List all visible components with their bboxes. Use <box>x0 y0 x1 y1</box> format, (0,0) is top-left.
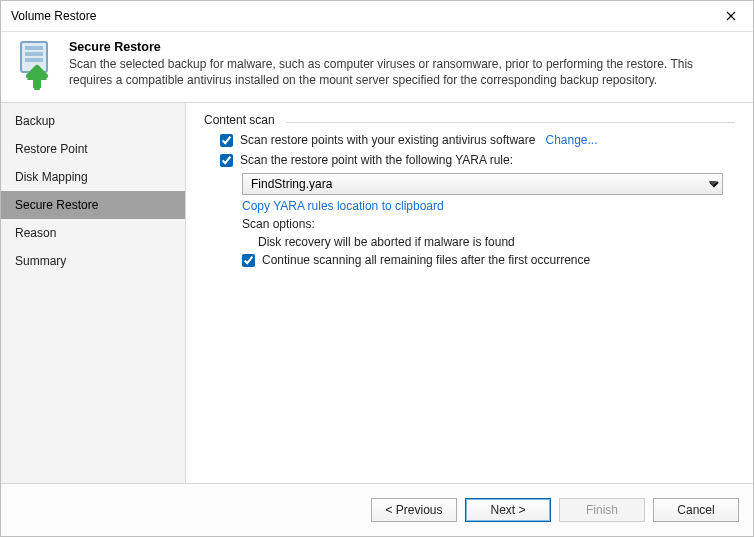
scan-av-checkbox[interactable] <box>220 134 233 147</box>
copy-yara-link-row: Copy YARA rules location to clipboard <box>242 199 731 213</box>
sidebar-item-restore-point[interactable]: Restore Point <box>1 135 185 163</box>
volume-restore-window: Volume Restore Secure Restore Scan the s… <box>0 0 754 537</box>
abort-text: Disk recovery will be aborted if malware… <box>258 235 731 249</box>
scan-av-label: Scan restore points with your existing a… <box>240 133 535 147</box>
continue-scan-row[interactable]: Continue scanning all remaining files af… <box>242 253 731 267</box>
sidebar-item-backup[interactable]: Backup <box>1 107 185 135</box>
next-button[interactable]: Next > <box>465 498 551 522</box>
wizard-sidebar: Backup Restore Point Disk Mapping Secure… <box>1 103 186 483</box>
previous-button[interactable]: < Previous <box>371 498 457 522</box>
header-text: Secure Restore Scan the selected backup … <box>69 40 739 92</box>
finish-button[interactable]: Finish <box>559 498 645 522</box>
content-scan-group: Content scan Scan restore points with yo… <box>204 115 735 277</box>
svg-rect-4 <box>33 74 41 88</box>
sidebar-item-disk-mapping[interactable]: Disk Mapping <box>1 163 185 191</box>
scan-av-row[interactable]: Scan restore points with your existing a… <box>220 133 731 147</box>
sidebar-item-secure-restore[interactable]: Secure Restore <box>1 191 185 219</box>
page-description: Scan the selected backup for malware, su… <box>69 56 739 88</box>
scan-yara-row[interactable]: Scan the restore point with the followin… <box>220 153 731 167</box>
svg-rect-1 <box>25 46 43 50</box>
continue-scan-checkbox[interactable] <box>242 254 255 267</box>
window-title: Volume Restore <box>11 9 709 23</box>
svg-rect-3 <box>25 58 43 62</box>
content-pane: Content scan Scan restore points with yo… <box>186 103 753 483</box>
sidebar-item-summary[interactable]: Summary <box>1 247 185 275</box>
wizard-body: Backup Restore Point Disk Mapping Secure… <box>1 103 753 483</box>
svg-rect-2 <box>25 52 43 56</box>
group-label: Content scan <box>204 113 281 127</box>
yara-rule-select-wrap: FindString.yara <box>242 173 723 195</box>
close-button[interactable] <box>709 1 753 31</box>
scan-options-heading: Scan options: <box>242 217 731 231</box>
yara-rule-select[interactable]: FindString.yara <box>242 173 723 195</box>
scan-av-change-link[interactable]: Change... <box>545 133 597 147</box>
wizard-header: Secure Restore Scan the selected backup … <box>1 32 753 103</box>
group-divider <box>286 122 735 123</box>
wizard-footer: < Previous Next > Finish Cancel <box>1 483 753 536</box>
copy-yara-link[interactable]: Copy YARA rules location to clipboard <box>242 199 444 213</box>
cancel-button[interactable]: Cancel <box>653 498 739 522</box>
close-icon <box>726 11 736 21</box>
scan-yara-label: Scan the restore point with the followin… <box>240 153 513 167</box>
page-title: Secure Restore <box>69 40 739 54</box>
sidebar-item-reason[interactable]: Reason <box>1 219 185 247</box>
continue-scan-label: Continue scanning all remaining files af… <box>262 253 590 267</box>
secure-restore-icon <box>15 40 59 92</box>
scan-yara-checkbox[interactable] <box>220 154 233 167</box>
titlebar: Volume Restore <box>1 1 753 32</box>
